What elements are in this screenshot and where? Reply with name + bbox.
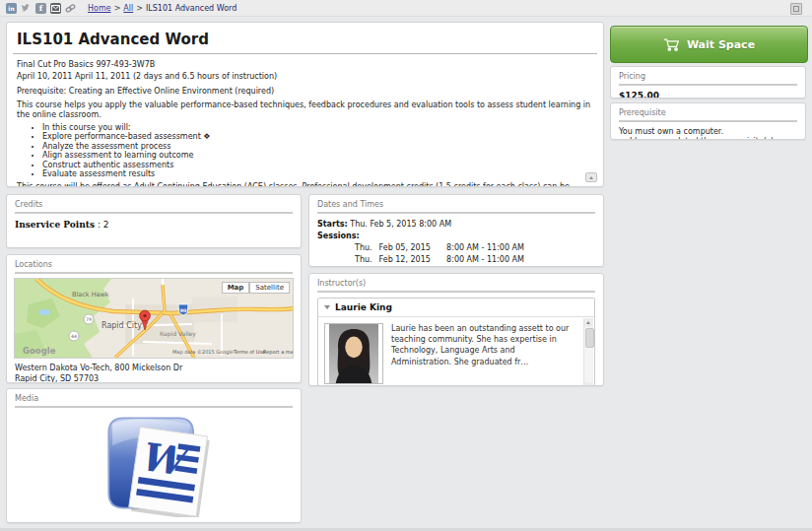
instructor-panel: Laurie King Laurie has been an outstandi…: [317, 298, 595, 386]
course-detail-page: in f Home > All > ILS101 Advanced Word I…: [0, 0, 812, 531]
media-body: W: [7, 408, 301, 518]
route-shield-79: 79: [86, 317, 92, 322]
locations-header: Locations: [7, 255, 301, 272]
prerequisite-checkbox-row: I have completed the prerequisite(s) abo…: [611, 137, 805, 140]
instructor-details: Laurie has been an outstanding assett to…: [318, 317, 594, 386]
session-time: 8:00 AM - 11:00 AM: [446, 242, 524, 254]
breadcrumb-home-link[interactable]: Home: [88, 4, 111, 13]
wait-space-label: Wait Space: [687, 38, 755, 51]
dates-body: Starts: Thu. Feb 5, 2015 8:00 AM Session…: [309, 214, 603, 267]
session-date: Feb 12, 2015: [379, 254, 444, 266]
course-paragraph: This course will be offered as Adult Con…: [17, 182, 593, 187]
page-title: ILS101 Advanced Word: [7, 23, 603, 53]
wait-space-button[interactable]: Wait Space: [610, 26, 808, 63]
permalink-icon[interactable]: [65, 3, 76, 14]
list-item: Construct authentic assessments: [42, 161, 593, 169]
scroll-down-icon[interactable]: [584, 382, 593, 386]
media-header: Media: [7, 389, 301, 406]
address-line-2: Rapid City, SD 57703: [15, 374, 293, 383]
expand-description-icon[interactable]: [585, 172, 597, 182]
social-share-bar: in f: [6, 3, 76, 14]
instructor-name: Laurie King: [335, 302, 392, 312]
session-time: 8:00 AM - 11:00 AM: [446, 254, 524, 266]
prerequisite-card: Prerequisite You must own a computer. I …: [610, 102, 806, 140]
instructor-bio: Laurie has been an outstanding assett to…: [391, 323, 588, 386]
google-watermark: Google: [23, 346, 56, 356]
session-day: Thu.: [355, 254, 376, 266]
dates-header: Dates and Times: [309, 195, 603, 212]
credits-value: : 2: [98, 220, 109, 230]
course-dates-line: April 10, 2011 April 11, 2011 (2 days an…: [17, 72, 593, 82]
scroll-up-icon[interactable]: [584, 318, 593, 327]
bio-scrollbar[interactable]: [583, 318, 593, 386]
email-icon[interactable]: [50, 3, 61, 14]
map-terms-link[interactable]: Terms of Use: [233, 349, 265, 355]
scrollbar-thumb[interactable]: [585, 328, 594, 348]
map-label-black-hawk: Black Hawk: [72, 291, 109, 299]
linkedin-icon[interactable]: in: [6, 3, 17, 14]
instructor-photo: [324, 323, 383, 384]
breadcrumb-all-link[interactable]: All: [123, 4, 133, 13]
session-day: Thu.: [355, 242, 376, 254]
starts-value: Thu. Feb 5, 2015 8:00 AM: [350, 220, 451, 229]
satellite-button[interactable]: Satellite: [249, 282, 290, 294]
collapse-arrow-icon: [324, 305, 330, 309]
course-objectives-list: In this course you will: Explore perform…: [17, 123, 593, 179]
twitter-icon[interactable]: [21, 3, 32, 14]
instructor-toggle[interactable]: Laurie King: [318, 299, 594, 317]
price-value: $125.00: [611, 86, 805, 99]
instructors-header: Instructor(s): [309, 274, 603, 291]
prerequisite-note: You must own a computer.: [611, 122, 805, 137]
address-line-1: Western Dakota Vo-Tech, 800 Mickelson Dr: [15, 364, 293, 374]
list-item: Align assessment to learning outcome: [42, 151, 593, 160]
session-row: Thu. Feb 12, 2015 8:00 AM - 11:00 AM: [317, 254, 595, 266]
route-shield-44: 44: [71, 334, 77, 339]
credits-header: Credits: [7, 195, 301, 212]
starts-row: Starts: Thu. Feb 5, 2015 8:00 AM: [317, 219, 595, 231]
instructors-card: Instructor(s) Laurie King Laurie has: [308, 273, 604, 386]
course-summary-card: ILS101 Advanced Word Final Cut Pro Basic…: [6, 22, 604, 187]
pricing-header: Pricing: [611, 67, 805, 84]
breadcrumb: Home > All > ILS101 Advanced Word: [88, 4, 237, 13]
session-date: Feb 05, 2015: [379, 242, 444, 254]
prerequisite-checkbox-label: I have completed the prerequisite(s) abo…: [630, 137, 797, 140]
facebook-icon[interactable]: f: [35, 3, 46, 14]
course-prerequisite-line: Prerequisite: Creating an Effective Onli…: [17, 87, 593, 97]
map-label-rapid-city: Rapid City: [102, 321, 142, 330]
locations-card: Locations 79 44: [6, 254, 302, 383]
breadcrumb-current: ILS101 Advanced Word: [146, 4, 237, 13]
credits-value-row: Inservice Points : 2: [7, 214, 301, 235]
sessions-label: Sessions:: [317, 231, 595, 242]
pricing-card: Pricing $125.00: [610, 66, 806, 99]
map-label-rapid-valley: Rapid Valley: [160, 330, 196, 338]
map-attribution: Map data ©2015 Google: [172, 349, 234, 356]
media-card: Media W: [6, 388, 302, 523]
grid-icon[interactable]: [790, 3, 802, 15]
top-bar: in f Home > All > ILS101 Advanced Word: [0, 0, 812, 17]
breadcrumb-separator: >: [114, 4, 121, 13]
credits-card: Credits Inservice Points : 2: [6, 194, 302, 248]
google-map[interactable]: 79 44 90 Black Hawk Rapid City Rapid Val…: [14, 278, 294, 359]
list-item: In this course you will:: [42, 123, 593, 132]
location-address: Western Dakota Vo-Tech, 800 Mickelson Dr…: [7, 359, 301, 383]
map-report-error-link[interactable]: Report a map error: [263, 349, 294, 356]
map-type-controls: Map Satellite: [222, 282, 290, 294]
course-description: Final Cut Pro Basics 997-493-3W7B April …: [7, 54, 603, 187]
list-item: Explore performance-based assessment ❖: [42, 132, 593, 141]
credits-label: Inservice Points: [15, 220, 95, 230]
list-item: Analyze the assessment process: [42, 142, 593, 151]
map-button[interactable]: Map: [222, 282, 250, 294]
interstate-shield-90: 90: [180, 308, 187, 313]
session-row: Thu. Feb 05, 2015 8:00 AM - 11:00 AM: [317, 242, 595, 254]
starts-label: Starts:: [317, 220, 348, 229]
course-subtitle: Final Cut Pro Basics 997-493-3W7B: [17, 60, 593, 70]
cart-icon: [663, 37, 681, 52]
breadcrumb-separator: >: [136, 4, 143, 13]
course-intro: This course helps you apply the valuable…: [17, 100, 593, 120]
prerequisite-header: Prerequisite: [611, 103, 805, 120]
list-item: Evaluate assessment results: [42, 169, 593, 178]
dates-times-card: Dates and Times Starts: Thu. Feb 5, 2015…: [308, 194, 604, 267]
ms-word-icon[interactable]: W: [94, 409, 214, 517]
